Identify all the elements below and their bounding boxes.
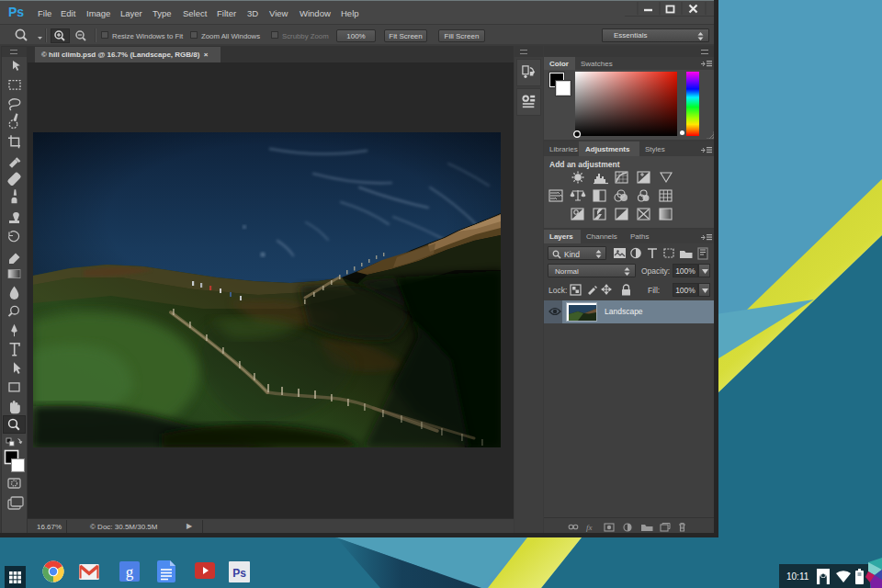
svg-text:g: g <box>126 563 134 581</box>
svg-text:Ps: Ps <box>232 567 246 580</box>
svg-text:10:11: 10:11 <box>786 571 809 582</box>
svg-text:fx: fx <box>586 523 593 532</box>
